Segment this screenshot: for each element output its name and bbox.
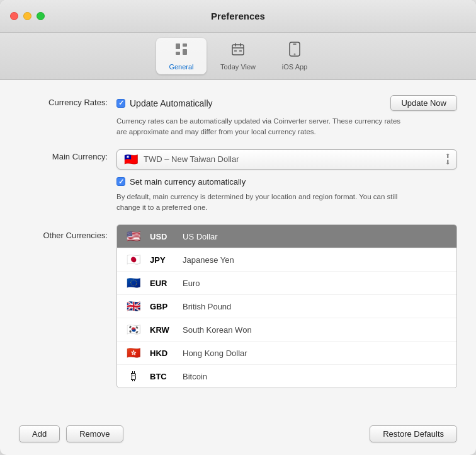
svg-rect-8: [234, 50, 237, 52]
currency-name: Euro: [183, 279, 200, 288]
currency-item[interactable]: 🇭🇰HKDHong Kong Dollar: [117, 342, 456, 365]
other-currencies-label: Other Currencies:: [19, 224, 116, 240]
toolbar: General Today View: [0, 33, 476, 80]
currency-name: British Pound: [183, 302, 231, 311]
currency-flag-icon: 🇯🇵: [126, 254, 141, 265]
currency-rates-control: Update Automatically Update Now Currency…: [116, 95, 457, 138]
svg-rect-2: [176, 52, 180, 55]
other-currencies-row: Other Currencies: 🇺🇸USDUS Dollar🇯🇵JPYJap…: [19, 224, 457, 388]
ios-app-icon: [288, 42, 302, 60]
titlebar: Preferences: [0, 0, 476, 33]
today-view-icon: [230, 42, 246, 60]
currency-flag-icon: 🇰🇷: [126, 324, 141, 335]
other-currencies-control: 🇺🇸USDUS Dollar🇯🇵JPYJapanese Yen🇪🇺EUREuro…: [116, 224, 457, 388]
tab-ios-app[interactable]: iOS App: [269, 38, 320, 74]
tab-general-label: General: [169, 63, 193, 71]
currency-flag-icon: 🇺🇸: [126, 231, 141, 242]
update-now-button[interactable]: Update Now: [390, 95, 457, 111]
currency-item[interactable]: 🇺🇸USDUS Dollar: [117, 225, 456, 248]
currency-name: Japanese Yen: [183, 255, 234, 265]
currency-rates-row: Currency Rates: Update Automatically Upd…: [19, 95, 457, 138]
bottom-left-buttons: Add Remove: [19, 425, 123, 442]
currency-code: JPY: [150, 255, 174, 265]
currency-rates-label: Currency Rates:: [19, 95, 116, 107]
set-main-description: By default, main currency is determined …: [116, 192, 406, 214]
update-auto-label[interactable]: Update Automatically: [116, 98, 213, 108]
main-currency-flag: 🇹🇼: [123, 154, 139, 165]
add-button[interactable]: Add: [19, 425, 60, 442]
bottom-bar: Add Remove Restore Defaults: [0, 415, 476, 455]
update-auto-text: Update Automatically: [130, 98, 213, 108]
general-icon: [174, 42, 189, 60]
set-main-auto-checkbox[interactable]: [116, 177, 125, 186]
currency-item[interactable]: ₿BTCBitcoin: [117, 365, 456, 388]
svg-rect-3: [183, 49, 187, 55]
tab-today-view[interactable]: Today View: [209, 38, 267, 74]
currency-item[interactable]: 🇰🇷KRWSouth Korean Won: [117, 318, 456, 342]
close-button[interactable]: [10, 12, 18, 20]
currency-name: Bitcoin: [183, 372, 207, 381]
remove-button[interactable]: Remove: [66, 425, 123, 442]
currency-list: 🇺🇸USDUS Dollar🇯🇵JPYJapanese Yen🇪🇺EUREuro…: [117, 225, 456, 388]
svg-point-12: [294, 54, 296, 55]
restore-defaults-button[interactable]: Restore Defaults: [370, 425, 457, 442]
currency-rates-description: Currency rates can be automatically upda…: [116, 116, 406, 138]
preferences-window: Preferences General: [0, 0, 476, 455]
tab-ios-app-label: iOS App: [282, 63, 307, 71]
currency-flag-icon: 🇪🇺: [126, 277, 141, 289]
currency-flag-icon: 🇬🇧: [126, 301, 141, 312]
maximize-button[interactable]: [37, 12, 45, 20]
main-currency-select-left: 🇹🇼 TWD – New Taiwan Dollar: [123, 154, 239, 165]
currency-name: Hong Kong Dollar: [183, 348, 247, 358]
main-currency-control: 🇹🇼 TWD – New Taiwan Dollar ⬆︎⬇︎ Set main…: [116, 149, 457, 214]
currency-name: South Korean Won: [183, 325, 252, 335]
currency-flag-icon: 🇭🇰: [126, 347, 141, 359]
currency-code: KRW: [150, 325, 174, 335]
tab-general[interactable]: General: [156, 38, 207, 74]
main-currency-select[interactable]: 🇹🇼 TWD – New Taiwan Dollar ⬆︎⬇︎: [116, 149, 457, 170]
currency-item[interactable]: 🇪🇺EUREuro: [117, 272, 456, 295]
currency-name: US Dollar: [183, 232, 218, 241]
window-title: Preferences: [211, 11, 265, 21]
svg-rect-9: [239, 50, 242, 52]
main-currency-value: TWD – New Taiwan Dollar: [144, 154, 239, 164]
currency-rates-inner: Update Automatically Update Now: [116, 95, 457, 111]
currency-code: GBP: [150, 302, 174, 311]
svg-rect-4: [232, 45, 244, 55]
currency-code: USD: [150, 232, 174, 241]
currency-code: BTC: [150, 372, 174, 381]
update-auto-checkbox[interactable]: [116, 99, 125, 108]
currency-list-container: 🇺🇸USDUS Dollar🇯🇵JPYJapanese Yen🇪🇺EUREuro…: [116, 224, 457, 388]
select-arrows-icon: ⬆︎⬇︎: [445, 153, 450, 166]
minimize-button[interactable]: [23, 12, 31, 20]
set-main-auto-row: Set main currency automatically: [116, 177, 457, 187]
main-currency-row: Main Currency: 🇹🇼 TWD – New Taiwan Dolla…: [19, 149, 457, 214]
currency-flag-icon: ₿: [126, 371, 141, 382]
svg-rect-1: [183, 43, 187, 47]
set-main-auto-label: Set main currency automatically: [130, 177, 246, 187]
currency-code: EUR: [150, 279, 174, 288]
main-currency-label: Main Currency:: [19, 149, 116, 161]
content-area: Currency Rates: Update Automatically Upd…: [0, 80, 476, 415]
svg-rect-0: [176, 43, 180, 49]
traffic-lights: [10, 12, 45, 20]
tab-today-view-label: Today View: [220, 63, 256, 71]
currency-code: HKD: [150, 348, 174, 358]
currency-item[interactable]: 🇬🇧GBPBritish Pound: [117, 295, 456, 318]
currency-item[interactable]: 🇯🇵JPYJapanese Yen: [117, 248, 456, 272]
